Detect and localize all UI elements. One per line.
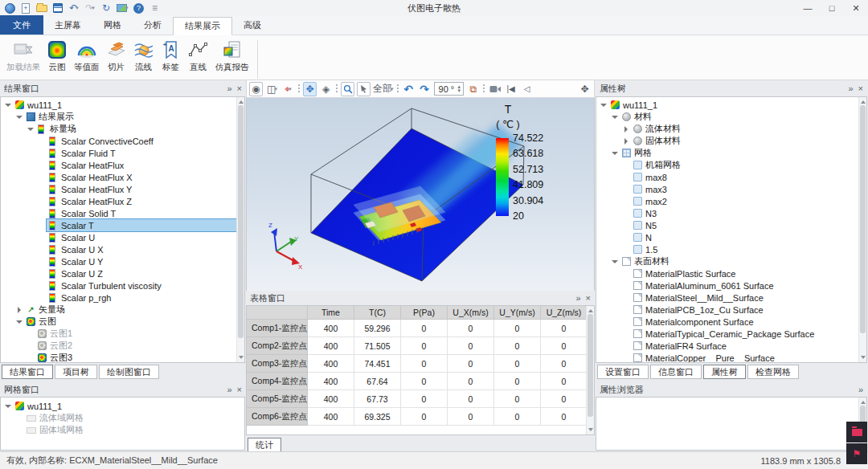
- collapse-panel-icon[interactable]: »: [575, 293, 580, 303]
- label-button[interactable]: A + 标签: [158, 39, 185, 74]
- tree-item[interactable]: MaterialFR4 Surface: [596, 340, 866, 352]
- tree-item[interactable]: 标量场: [1, 123, 244, 135]
- expander-icon[interactable]: [622, 329, 631, 338]
- tree-item[interactable]: max2: [596, 195, 866, 207]
- tree-item[interactable]: MaterialAluminum_6061 Surface: [596, 279, 866, 292]
- table-column-header[interactable]: [247, 306, 308, 320]
- expander-icon[interactable]: [38, 161, 47, 169]
- expander-icon[interactable]: [38, 149, 47, 157]
- table-column-header[interactable]: U_X(m/s): [448, 306, 494, 320]
- expander-icon[interactable]: [622, 269, 631, 278]
- expander-icon[interactable]: [622, 161, 631, 169]
- panel-tab[interactable]: 项目树: [55, 365, 97, 379]
- tree-item[interactable]: max8: [596, 171, 866, 183]
- panel-tab[interactable]: 结果窗口: [2, 365, 53, 379]
- expander-icon[interactable]: [38, 245, 47, 254]
- fit-view-icon[interactable]: ✥: [303, 82, 317, 96]
- tree-item[interactable]: MaterialCopper__Pure__Surface: [596, 352, 866, 363]
- expander-icon[interactable]: [27, 341, 35, 350]
- close-button[interactable]: ✕: [844, 0, 868, 16]
- tree-item[interactable]: 云图3: [1, 352, 244, 363]
- statistics-tab[interactable]: 统计: [248, 438, 281, 452]
- table-column-header[interactable]: U_Y(m/s): [494, 306, 541, 320]
- tree-item[interactable]: N3: [596, 207, 866, 219]
- simulation-report-button[interactable]: 仿真报告: [212, 39, 252, 74]
- minimize-button[interactable]: —: [796, 0, 820, 16]
- collapse-panel-icon[interactable]: »: [227, 84, 231, 93]
- table-row[interactable]: Comp6-监控点 400 69.325 0 0 0 0: [247, 408, 594, 426]
- tree-item[interactable]: N5: [596, 219, 866, 231]
- close-panel-icon[interactable]: ×: [858, 84, 863, 93]
- tree-item[interactable]: N: [596, 231, 866, 243]
- tree-item[interactable]: 矢量场: [1, 304, 244, 316]
- tree-item[interactable]: Scalar U Y: [1, 255, 244, 267]
- tree-item[interactable]: 材料: [596, 111, 866, 123]
- table-row[interactable]: Comp2-监控点 400 71.505 0 0 0 0: [247, 337, 594, 355]
- table-column-header[interactable]: P(Pa): [401, 306, 448, 320]
- tree-item[interactable]: 云图1: [1, 328, 244, 340]
- expander-icon[interactable]: [622, 281, 631, 290]
- expander-icon[interactable]: [622, 233, 631, 242]
- tree-item[interactable]: 云图: [1, 316, 244, 328]
- panel-tab[interactable]: 设置窗口: [597, 365, 649, 379]
- axis-triad-icon[interactable]: ⌖▾: [281, 82, 295, 96]
- expander-icon[interactable]: [15, 426, 24, 434]
- notification-folder-button[interactable]: [846, 422, 867, 442]
- expander-icon[interactable]: [38, 185, 47, 194]
- expander-icon[interactable]: [38, 197, 47, 206]
- tree-item[interactable]: wu111_1: [596, 99, 866, 111]
- record-animation-icon[interactable]: [488, 82, 502, 96]
- panel-tab[interactable]: 检查网格: [747, 365, 799, 379]
- expander-icon[interactable]: [622, 124, 631, 133]
- rotate-view-icon[interactable]: ⧉: [466, 82, 480, 96]
- new-project-icon[interactable]: +: [20, 2, 31, 14]
- tree-item[interactable]: Scalar HeatFlux X: [1, 171, 244, 183]
- expander-icon[interactable]: [38, 221, 47, 230]
- polyline-button[interactable]: 直线: [185, 39, 212, 74]
- close-panel-icon[interactable]: ×: [237, 84, 242, 93]
- collapse-panel-icon[interactable]: »: [858, 385, 863, 394]
- expander-icon[interactable]: [4, 402, 13, 410]
- tree-item[interactable]: Scalar U: [1, 231, 244, 243]
- expander-icon[interactable]: [622, 293, 631, 302]
- collapse-panel-icon[interactable]: »: [848, 84, 853, 93]
- close-panel-icon[interactable]: ×: [237, 385, 242, 394]
- tree-item[interactable]: MaterialSteel__Mild__Surface: [596, 292, 866, 304]
- rotation-angle-spinner[interactable]: 90 ° ▲▼: [434, 82, 465, 96]
- tree-item[interactable]: 表面材料: [596, 255, 866, 267]
- open-icon[interactable]: [36, 2, 47, 14]
- view-cube-icon[interactable]: ◈: [319, 82, 333, 96]
- menu-tab[interactable]: 结果展示: [173, 17, 232, 35]
- expander-icon[interactable]: [611, 112, 620, 121]
- expander-icon[interactable]: [622, 209, 631, 218]
- expander-icon[interactable]: [27, 124, 35, 133]
- isosurface-button[interactable]: 等值面: [71, 39, 103, 74]
- expander-icon[interactable]: [38, 293, 47, 302]
- load-results-button[interactable]: 加载结果: [3, 39, 43, 74]
- table-row[interactable]: Comp5-监控点 400 67.73 0 0 0 0: [247, 390, 594, 408]
- tree-item[interactable]: wu111_1: [1, 99, 244, 111]
- menu-tab[interactable]: 高级: [232, 16, 272, 35]
- expander-icon[interactable]: [38, 281, 47, 290]
- tree-item[interactable]: 云图2: [1, 340, 244, 352]
- expander-icon[interactable]: [38, 269, 47, 278]
- expander-icon[interactable]: [15, 414, 24, 422]
- viewport-canvas[interactable]: Y X Z T ( ℃ ) 74.522: [246, 98, 595, 291]
- save-icon[interactable]: [52, 2, 63, 14]
- expander-icon[interactable]: [600, 100, 608, 109]
- expander-icon[interactable]: [27, 353, 35, 362]
- expander-icon[interactable]: [622, 221, 631, 230]
- tree-item[interactable]: 网格: [596, 147, 866, 159]
- expander-icon[interactable]: [622, 185, 631, 194]
- redo-icon[interactable]: ↷▾: [84, 2, 96, 14]
- tree-item[interactable]: Scalar Turbulent viscosity: [1, 279, 244, 292]
- tree-item[interactable]: MaterialTypical_Ceramic_Package Surface: [596, 328, 866, 340]
- expander-icon[interactable]: [622, 305, 631, 314]
- close-panel-icon[interactable]: ×: [586, 293, 591, 303]
- tree-item[interactable]: Scalar HeatFlux Y: [1, 183, 244, 195]
- expander-icon[interactable]: [611, 257, 620, 266]
- tree-item[interactable]: Scalar ConvectiveCoeff: [1, 135, 244, 147]
- expander-icon[interactable]: [4, 100, 13, 109]
- expander-icon[interactable]: [15, 317, 24, 326]
- expander-icon[interactable]: [611, 149, 620, 157]
